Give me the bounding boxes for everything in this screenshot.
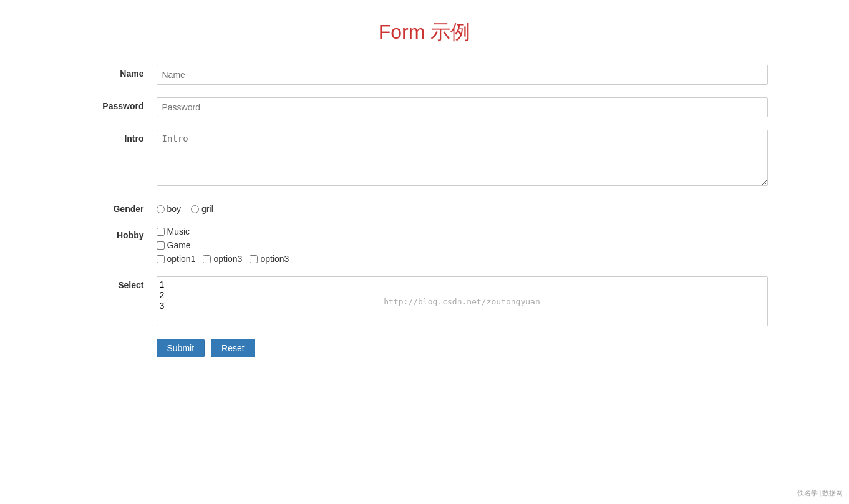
select-option-2[interactable]: 2 — [160, 290, 765, 301]
select-option-1[interactable]: 1 — [160, 279, 765, 290]
submit-button[interactable]: Submit — [157, 339, 205, 357]
hobby-music-checkbox[interactable] — [157, 228, 165, 236]
name-input[interactable] — [157, 65, 768, 85]
hobby-row2: Game — [157, 240, 768, 250]
hobby-row3: option1 option3 option3 — [157, 254, 768, 264]
page-title: Form 示例 — [12, 19, 837, 46]
intro-row: Intro — [82, 130, 768, 188]
name-row: Name — [82, 65, 768, 85]
hobby-checkbox-group: Music Game option1 — [157, 226, 768, 264]
intro-field-wrap — [157, 130, 768, 188]
hobby-option2-checkbox[interactable] — [203, 255, 211, 263]
gender-boy-option[interactable]: boy — [157, 204, 182, 214]
select-label: Select — [82, 276, 157, 290]
password-field-wrap — [157, 97, 768, 117]
hobby-option3-label: option3 — [260, 254, 289, 264]
name-field-wrap — [157, 65, 768, 85]
hobby-game-checkbox[interactable] — [157, 241, 165, 250]
gender-row: Gender boy gril — [82, 200, 768, 214]
gender-gril-option[interactable]: gril — [191, 204, 213, 214]
select-wrapper: 1 2 3 http://blog.csdn.net/zoutongyuan — [157, 276, 768, 326]
button-row: Submit Reset — [157, 339, 768, 357]
gender-radio-group: boy gril — [157, 200, 768, 214]
hobby-option1-label: option1 — [167, 254, 196, 264]
gender-options-wrap: boy gril — [157, 200, 768, 214]
form-container: Name Password Intro Gender — [82, 65, 768, 357]
hobby-option2-label: option3 — [213, 254, 242, 264]
password-label: Password — [82, 97, 157, 111]
hobby-option1-checkbox[interactable] — [157, 255, 165, 263]
select-row: Select 1 2 3 http://blog.csdn.net/zouton… — [82, 276, 768, 326]
select-field-wrap: 1 2 3 http://blog.csdn.net/zoutongyuan — [157, 276, 768, 326]
name-label: Name — [82, 65, 157, 79]
hobby-option3-checkbox[interactable] — [250, 255, 258, 263]
gender-label: Gender — [82, 200, 157, 214]
select-input[interactable]: 1 2 3 — [157, 276, 768, 326]
hobby-game-option[interactable]: Game — [157, 240, 191, 250]
hobby-music-label: Music — [167, 226, 190, 236]
intro-textarea[interactable] — [157, 130, 768, 186]
reset-button[interactable]: Reset — [211, 339, 255, 357]
hobby-option2-option[interactable]: option3 — [203, 254, 242, 264]
select-option-3[interactable]: 3 — [160, 301, 765, 311]
hobby-label: Hobby — [82, 226, 157, 240]
gender-gril-label: gril — [201, 204, 213, 214]
gender-boy-radio[interactable] — [157, 205, 165, 213]
intro-label: Intro — [82, 130, 157, 143]
gender-boy-label: boy — [167, 204, 182, 214]
hobby-row: Hobby Music Game — [82, 226, 768, 264]
password-input[interactable] — [157, 97, 768, 117]
hobby-music-option[interactable]: Music — [157, 226, 190, 236]
hobby-game-label: Game — [167, 240, 191, 250]
hobby-option3-option[interactable]: option3 — [250, 254, 289, 264]
hobby-option1-option[interactable]: option1 — [157, 254, 196, 264]
gender-gril-radio[interactable] — [191, 205, 199, 213]
password-row: Password — [82, 97, 768, 117]
hobby-options-wrap: Music Game option1 — [157, 226, 768, 264]
hobby-row1: Music — [157, 226, 768, 236]
